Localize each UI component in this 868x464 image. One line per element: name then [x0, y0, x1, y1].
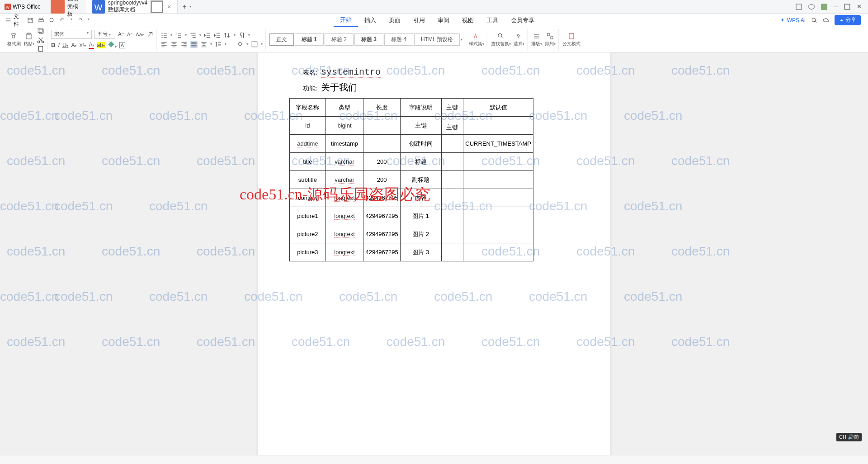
change-case-icon[interactable]: Aa▾ [136, 32, 143, 37]
print-icon[interactable] [38, 17, 44, 24]
select-button[interactable]: 选择▾ [514, 33, 524, 47]
minimize-button[interactable]: ─ [834, 3, 838, 10]
increase-font-icon[interactable]: A⁺ [118, 31, 124, 38]
menu-tab-start[interactable]: 开始 [334, 14, 358, 27]
window-icon[interactable] [796, 4, 802, 10]
cut-icon[interactable] [37, 36, 44, 43]
decrease-font-icon[interactable]: A⁻ [127, 32, 133, 38]
align-left-icon[interactable] [160, 41, 168, 48]
char-border-button[interactable]: A [119, 42, 125, 48]
svg-rect-10 [40, 18, 42, 19]
table-row: id bigint 主键 主键 [290, 117, 533, 135]
line-spacing-icon[interactable] [215, 41, 222, 48]
clipboard-icon[interactable] [37, 45, 44, 52]
preview-icon[interactable] [49, 17, 55, 24]
style-normal[interactable]: 正文 [269, 33, 294, 46]
fill-color-icon[interactable] [236, 41, 244, 48]
tab-label: 找稻壳模板 [67, 0, 80, 18]
svg-rect-5 [151, 1, 163, 12]
tab-menu-icon[interactable] [150, 0, 164, 14]
sort-icon[interactable] [224, 32, 231, 39]
search-icon[interactable] [811, 17, 817, 24]
distribute-icon[interactable] [200, 41, 208, 48]
menu-tab-view[interactable]: 视图 [456, 14, 480, 27]
tab-document[interactable]: W springbootdyvv4数据库文档 × [86, 0, 178, 13]
table-header-row: 字段名称 类型 长度 字段说明 主键 默认值 [290, 99, 533, 117]
superscript-button[interactable]: X²▾ [79, 43, 86, 48]
paragraph-mark-icon[interactable] [238, 32, 245, 39]
svg-rect-2 [51, 0, 65, 14]
copy-icon[interactable] [37, 27, 44, 34]
svg-text:W: W [94, 2, 102, 12]
highlight-button[interactable]: ab▾ [97, 42, 104, 48]
find-replace-button[interactable]: 查找替换▾ [491, 33, 511, 47]
undo-dropdown[interactable]: ▾ [71, 17, 72, 24]
avatar-icon[interactable] [821, 4, 827, 10]
ime-indicator[interactable]: CH 🔊简 [836, 433, 862, 441]
align-justify-icon[interactable] [190, 41, 198, 48]
svg-rect-8 [844, 4, 850, 9]
underline-button[interactable]: U▾ [62, 42, 68, 48]
style-h1[interactable]: 标题 1 [295, 33, 324, 46]
document-area[interactable]: 表名: systemintro 功能: 关于我们 字段名称 类型 长度 字段说明… [0, 52, 868, 464]
close-button[interactable]: ✕ [857, 3, 862, 10]
align-center-icon[interactable] [170, 41, 178, 48]
tab-add[interactable]: + ▾ [178, 0, 195, 13]
paste-button[interactable]: 粘贴▾ [24, 33, 34, 47]
tab-template[interactable]: 找稻壳模板 [45, 0, 86, 13]
undo-icon[interactable] [60, 17, 66, 24]
font-size-select[interactable]: 五号 ▾ [94, 30, 115, 39]
wps-ai-button[interactable]: WPS AI [780, 17, 806, 24]
save-icon[interactable] [27, 17, 33, 24]
font-name-select[interactable]: 宋体 ▾ [51, 30, 92, 39]
format-painter-button[interactable]: 格式刷 [7, 33, 21, 47]
svg-rect-6 [796, 4, 802, 9]
file-menu[interactable]: 文件 [3, 13, 22, 28]
app-logo: W WPS Office [0, 4, 45, 10]
menu-tab-page[interactable]: 页面 [382, 14, 407, 27]
style-scroll[interactable]: ▾ [461, 38, 462, 42]
status-bar [0, 455, 868, 464]
arrange-button[interactable]: 排列▾ [545, 33, 556, 47]
strikethrough-button[interactable]: A▾ [71, 42, 76, 48]
tab-close[interactable]: × [166, 3, 172, 10]
chevron-down-icon[interactable]: ▾ [189, 5, 191, 9]
clear-format-icon[interactable] [146, 31, 154, 38]
menu-icon [5, 18, 11, 23]
style-html[interactable]: HTML 预设格 [414, 33, 460, 46]
menu-tab-review[interactable]: 审阅 [431, 14, 456, 27]
menu-tab-reference[interactable]: 引用 [407, 14, 431, 27]
cloud-icon[interactable] [823, 17, 829, 24]
redo-dropdown[interactable]: ▾ [88, 17, 90, 24]
style-set-button[interactable]: A̲ 样式集▾ [469, 33, 484, 47]
redo-icon[interactable] [77, 17, 83, 24]
table-row: title varchar 200 标题 [290, 153, 533, 171]
italic-button[interactable]: I [58, 42, 60, 48]
shading-button[interactable]: ▾ [108, 41, 117, 49]
cube-icon[interactable] [808, 4, 815, 10]
function-label: 功能: [303, 85, 317, 93]
border-icon[interactable] [251, 41, 258, 48]
menu-tab-member[interactable]: 会员专享 [505, 14, 541, 27]
share-button[interactable]: 分享 [835, 15, 861, 25]
bold-button[interactable]: B [51, 42, 55, 48]
svg-rect-19 [38, 46, 42, 51]
align-right-icon[interactable] [180, 41, 188, 48]
sort-typeset-button[interactable]: 排版▾ [531, 33, 542, 47]
style-h3[interactable]: 标题 3 [354, 33, 383, 46]
official-mode-button[interactable]: 公文模式 [562, 33, 580, 47]
increase-indent-icon[interactable] [214, 32, 221, 39]
style-h2[interactable]: 标题 2 [325, 33, 354, 46]
function-value: 关于我们 [321, 81, 357, 94]
menu-tab-tools[interactable]: 工具 [480, 14, 505, 27]
number-list-icon[interactable]: 1 [175, 32, 182, 39]
style-h4[interactable]: 标题 4 [384, 33, 413, 46]
svg-rect-24 [252, 42, 257, 47]
table-row: addtime timestamp 创建时间 CURRENT_TIMESTAMP [290, 135, 533, 153]
multilevel-list-icon[interactable] [189, 32, 197, 39]
maximize-button[interactable] [844, 4, 850, 10]
menu-tab-insert[interactable]: 插入 [358, 14, 382, 27]
bullet-list-icon[interactable] [160, 32, 168, 39]
decrease-indent-icon[interactable] [204, 32, 211, 39]
font-color-button[interactable]: A▾ [89, 42, 94, 49]
